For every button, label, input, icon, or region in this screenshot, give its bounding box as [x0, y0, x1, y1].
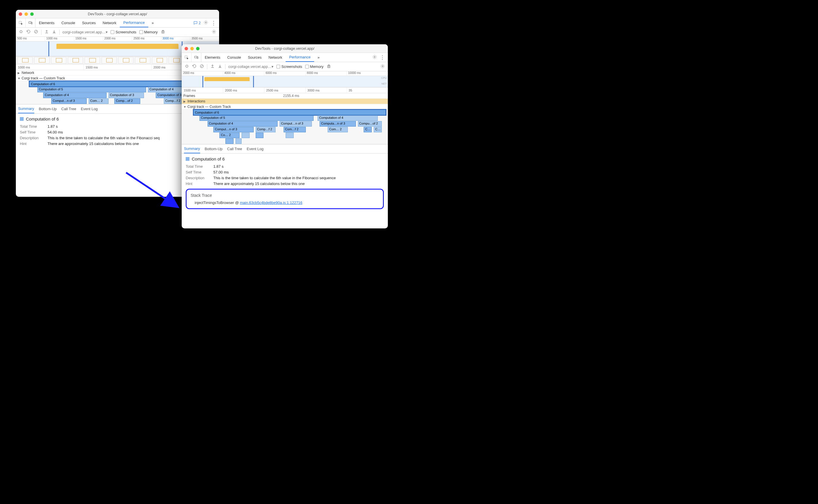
download-icon[interactable]	[52, 29, 56, 35]
flame-entry[interactable]: Comp…of 2	[114, 98, 140, 104]
dtab-calltree[interactable]: Call Tree	[227, 144, 242, 153]
svg-rect-8	[194, 56, 197, 58]
dtab-eventlog[interactable]: Event Log	[247, 144, 264, 153]
upload-icon[interactable]	[44, 29, 49, 35]
color-swatch	[20, 117, 24, 121]
tabs-overflow[interactable]: »	[148, 18, 157, 27]
flame-entry[interactable]: Computation of 5	[199, 115, 314, 121]
flame-entry[interactable]: Com…f 2	[284, 127, 306, 132]
stack-trace-link[interactable]: main.63cb5c4bde8be90a.js:1:122716	[240, 201, 302, 205]
flame-entry[interactable]	[226, 138, 234, 144]
color-swatch	[186, 157, 189, 161]
screenshots-checkbox[interactable]	[277, 65, 280, 68]
tab-elements[interactable]: Elements	[201, 53, 224, 62]
flame-entry[interactable]: Computation of 6	[193, 110, 386, 115]
flame-entry[interactable]: Computation of 4	[318, 115, 378, 121]
flame-ruler: 1500 ms2000 ms2500 ms3000 ms35	[182, 87, 388, 93]
panel-settings-icon[interactable]	[212, 29, 216, 35]
clear-icon[interactable]	[34, 29, 38, 35]
svg-point-10	[374, 56, 375, 58]
tab-sources[interactable]: Sources	[79, 18, 99, 27]
url-selector[interactable]: corgi-collage.vercel.app…▾	[228, 64, 274, 69]
flame-entry[interactable]: Computation of 4	[208, 121, 278, 127]
flame-entry[interactable]	[286, 133, 294, 138]
track-frames[interactable]: Frames2155.4 ms	[182, 93, 388, 99]
perf-toolbar: corgi-collage.vercel.app…▾ Screenshots M…	[16, 28, 219, 37]
flame-entry[interactable]: Computa…n of 3	[320, 121, 356, 127]
flame-entry[interactable]: Comput…n of 3	[214, 127, 254, 132]
flame-entry[interactable]	[256, 133, 264, 138]
flame-entry[interactable]	[236, 138, 242, 144]
detail-title: Computation of 6	[192, 156, 225, 161]
detail-tabs: Summary Bottom-Up Call Tree Event Log	[182, 144, 388, 154]
tab-sources[interactable]: Sources	[245, 53, 265, 62]
clear-icon[interactable]	[199, 64, 204, 69]
tab-network[interactable]: Network	[99, 18, 120, 27]
overview-selection[interactable]	[202, 76, 254, 87]
detail-title: Computation of 6	[26, 117, 59, 121]
flame-chart[interactable]: Computation of 6Computation of 5Computat…	[182, 110, 388, 144]
dtab-bottomup[interactable]: Bottom-Up	[39, 104, 57, 113]
track-custom[interactable]: ▼Corgi track — Custom Track	[182, 104, 388, 110]
tab-performance[interactable]: Performance	[120, 18, 148, 27]
flame-entry[interactable]: C…	[374, 127, 382, 132]
panel-settings-icon[interactable]	[380, 64, 385, 69]
overview-ruler: 500 ms1000 ms1500 ms2000 ms2500 ms3000 m…	[16, 37, 219, 41]
issues-badge[interactable]: 2	[193, 21, 201, 25]
device-icon[interactable]	[26, 18, 35, 27]
more-icon[interactable]: ⋮	[380, 54, 385, 61]
tab-performance[interactable]: Performance	[286, 53, 314, 62]
tab-console[interactable]: Console	[58, 18, 79, 27]
flame-entry[interactable]: Computation of 5	[37, 87, 146, 92]
dtab-eventlog[interactable]: Event Log	[81, 104, 98, 113]
tabs-overflow[interactable]: »	[314, 53, 323, 62]
flame-entry[interactable]: Comput…n of 3	[51, 98, 87, 104]
more-icon[interactable]: ⋮	[211, 20, 216, 26]
flame-entry[interactable]	[242, 133, 250, 138]
svg-point-13	[382, 66, 383, 67]
titlebar[interactable]: DevTools - corgi-collage.vercel.app/	[16, 10, 219, 18]
dtab-summary[interactable]: Summary	[18, 104, 34, 113]
upload-icon[interactable]	[210, 64, 215, 69]
timeline-overview[interactable]: 2000 ms4000 ms6000 ms8000 ms10000 ms CPU…	[182, 71, 388, 87]
tab-elements[interactable]: Elements	[35, 18, 58, 27]
detail-panel: Computation of 6 Total Time1.87 s Self T…	[182, 154, 388, 228]
tab-console[interactable]: Console	[224, 53, 245, 62]
url-selector[interactable]: corgi-collage.vercel.app…▾	[62, 30, 108, 34]
titlebar[interactable]: DevTools - corgi-collage.vercel.app/	[182, 44, 388, 53]
tab-network[interactable]: Network	[265, 53, 286, 62]
stack-trace-line: injectTimingsToBrowser @ main.63cb5c4bde…	[190, 201, 379, 205]
dtab-calltree[interactable]: Call Tree	[61, 104, 76, 113]
flame-entry[interactable]: Com… 2	[89, 98, 108, 104]
gc-icon[interactable]	[327, 64, 331, 69]
flame-entry[interactable]: Com… 2	[328, 127, 348, 132]
inspect-icon[interactable]	[16, 18, 26, 27]
flame-entry[interactable]: Computation of 4	[43, 93, 106, 98]
flame-entry[interactable]: C…	[364, 127, 372, 132]
inspect-icon[interactable]	[182, 53, 191, 62]
gc-icon[interactable]	[161, 29, 165, 35]
svg-point-4	[20, 30, 22, 33]
screenshots-checkbox[interactable]	[110, 30, 114, 34]
record-icon[interactable]	[184, 64, 189, 69]
record-icon[interactable]	[19, 29, 23, 35]
window-title: DevTools - corgi-collage.vercel.app/	[16, 12, 219, 16]
track-interactions[interactable]: ▶Interactions	[182, 99, 388, 104]
flame-entry[interactable]: Co… 2	[220, 133, 240, 138]
flame-entry[interactable]: Comput…n of 3	[280, 121, 312, 127]
reload-icon[interactable]	[26, 29, 31, 35]
device-icon[interactable]	[191, 53, 201, 62]
flame-entry[interactable]: Computation of 3	[108, 93, 144, 98]
stack-trace-box: Stack Trace injectTimingsToBrowser @ mai…	[186, 189, 384, 209]
reload-icon[interactable]	[192, 64, 196, 69]
settings-icon[interactable]	[372, 55, 377, 60]
memory-checkbox[interactable]	[305, 65, 309, 68]
flame-entry[interactable]: Comp…f 2	[256, 127, 276, 132]
settings-icon[interactable]	[203, 20, 208, 26]
download-icon[interactable]	[218, 64, 222, 69]
overview-selection[interactable]	[48, 41, 182, 56]
dtab-summary[interactable]: Summary	[184, 144, 200, 153]
memory-checkbox[interactable]	[139, 30, 143, 34]
flame-entry[interactable]: Compu…of 2	[358, 121, 382, 127]
dtab-bottomup[interactable]: Bottom-Up	[205, 144, 223, 153]
